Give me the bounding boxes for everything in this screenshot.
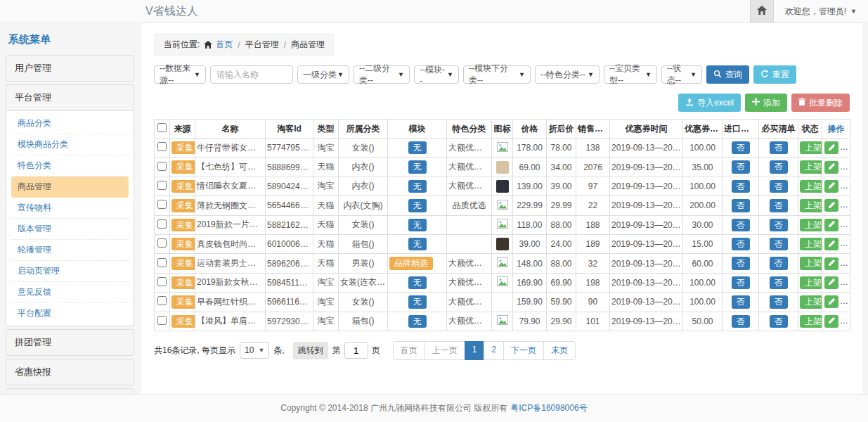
page-button-下一页[interactable]: 下一页 <box>503 341 544 360</box>
sidebar-item-启动页管理[interactable]: 启动页管理 <box>11 261 129 282</box>
row-checkbox[interactable] <box>157 181 167 190</box>
filter-select-2[interactable]: 一级分类▼ <box>297 65 349 84</box>
sidebar-item-商品管理[interactable]: 商品管理 <box>11 177 129 198</box>
sidebar-item-商品分类[interactable]: 商品分类 <box>11 113 129 134</box>
filter-select-5[interactable]: --模块下分类--▼ <box>463 65 531 84</box>
name-search-input[interactable] <box>210 65 293 84</box>
status-badge[interactable]: 上架 <box>800 257 822 269</box>
filter-select-0[interactable]: --数据来源--▼ <box>154 65 206 84</box>
import-select-toggle[interactable]: 否 <box>732 219 750 231</box>
must-buy-toggle[interactable]: 否 <box>770 295 788 308</box>
module-badge[interactable]: 无 <box>408 238 427 250</box>
breadcrumb-home-link[interactable]: 首页 <box>216 39 233 51</box>
import-select-toggle[interactable]: 否 <box>732 199 750 212</box>
filter-select-8[interactable]: --状态--▼ <box>661 65 702 84</box>
must-buy-toggle[interactable]: 否 <box>770 276 788 289</box>
import-select-toggle[interactable]: 否 <box>732 180 750 193</box>
sidebar-item-模块商品分类[interactable]: 模块商品分类 <box>11 134 129 155</box>
row-checkbox[interactable] <box>157 277 167 286</box>
module-badge[interactable]: 无 <box>408 160 427 173</box>
status-badge[interactable]: 上架 <box>800 238 822 250</box>
row-checkbox[interactable] <box>157 316 167 325</box>
search-button[interactable]: 查询 <box>706 65 749 84</box>
edit-button[interactable] <box>824 315 838 328</box>
import-select-toggle[interactable]: 否 <box>732 276 750 289</box>
must-buy-toggle[interactable]: 否 <box>770 219 788 231</box>
import-select-toggle[interactable]: 否 <box>732 315 750 328</box>
status-badge[interactable]: 上架 <box>800 160 822 173</box>
edit-button[interactable] <box>824 276 838 289</box>
add-button[interactable]: 添加 <box>745 94 787 112</box>
sidebar-item-轮播管理[interactable]: 轮播管理 <box>11 240 129 261</box>
sidebar-item-宣传物料[interactable]: 宣传物料 <box>11 198 129 219</box>
batch-delete-button[interactable]: 批量删除 <box>791 94 850 112</box>
row-checkbox[interactable] <box>157 142 167 151</box>
must-buy-toggle[interactable]: 否 <box>770 180 788 193</box>
module-badge[interactable]: 无 <box>408 219 427 231</box>
row-checkbox[interactable] <box>157 258 167 267</box>
sidebar-item-版本管理[interactable]: 版本管理 <box>11 219 129 240</box>
module-badge[interactable]: 无 <box>408 315 427 328</box>
sidebar-item-平台配置[interactable]: 平台配置 <box>11 303 129 324</box>
status-badge[interactable]: 上架 <box>800 295 822 308</box>
filter-select-6[interactable]: --特色分类--▼ <box>535 65 600 84</box>
select-all-checkbox[interactable] <box>157 123 167 132</box>
jump-to-button[interactable]: 跳转到 <box>293 342 328 359</box>
sidebar-group-拼团管理[interactable]: 拼团管理 <box>6 329 134 356</box>
sidebar-group-省惠快报[interactable]: 省惠快报 <box>6 359 134 385</box>
edit-button[interactable] <box>824 238 838 250</box>
sidebar-item-意见反馈[interactable]: 意见反馈 <box>11 282 129 303</box>
module-badge[interactable]: 无 <box>408 141 427 154</box>
import-select-toggle[interactable]: 否 <box>732 160 750 173</box>
home-button[interactable] <box>750 0 774 23</box>
must-buy-toggle[interactable]: 否 <box>770 257 788 269</box>
page-button-末页[interactable]: 末页 <box>543 341 576 360</box>
edit-button[interactable] <box>824 180 838 193</box>
jump-page-input[interactable] <box>344 342 368 359</box>
module-badge[interactable]: 无 <box>408 199 427 212</box>
filter-select-3[interactable]: --二级分类--▼ <box>354 65 410 84</box>
sidebar-group-平台管理[interactable]: 平台管理 <box>6 84 134 111</box>
per-page-select[interactable]: 10 ▼ <box>240 342 269 359</box>
module-badge[interactable]: 无 <box>408 180 427 193</box>
sidebar-item-特色分类[interactable]: 特色分类 <box>11 155 129 177</box>
filter-select-4[interactable]: --模块--▼ <box>414 65 459 84</box>
icp-link[interactable]: 粤ICP备16098006号 <box>510 402 587 414</box>
sidebar-group-用户管理[interactable]: 用户管理 <box>6 55 134 82</box>
edit-button[interactable] <box>824 141 838 154</box>
row-checkbox[interactable] <box>157 238 167 248</box>
row-checkbox[interactable] <box>157 296 167 305</box>
must-buy-toggle[interactable]: 否 <box>770 141 788 154</box>
status-badge[interactable]: 上架 <box>800 199 822 212</box>
status-badge[interactable]: 上架 <box>800 219 822 231</box>
must-buy-toggle[interactable]: 否 <box>770 315 788 328</box>
edit-button[interactable] <box>824 257 838 270</box>
import-excel-button[interactable]: 导入excel <box>678 94 741 112</box>
page-button-2[interactable]: 2 <box>484 341 504 360</box>
status-badge[interactable]: 上架 <box>800 315 822 328</box>
import-select-toggle[interactable]: 否 <box>732 238 750 250</box>
row-checkbox[interactable] <box>157 162 167 171</box>
must-buy-toggle[interactable]: 否 <box>770 199 788 212</box>
status-badge[interactable]: 上架 <box>800 276 822 289</box>
row-checkbox[interactable] <box>157 200 167 209</box>
import-select-toggle[interactable]: 否 <box>732 295 750 308</box>
module-badge[interactable]: 无 <box>408 276 427 289</box>
status-badge[interactable]: 上架 <box>800 141 822 154</box>
edit-button[interactable] <box>824 161 838 174</box>
import-select-toggle[interactable]: 否 <box>732 141 750 154</box>
edit-button[interactable] <box>824 219 838 231</box>
module-badge[interactable]: 无 <box>408 295 427 308</box>
must-buy-toggle[interactable]: 否 <box>770 160 788 173</box>
status-badge[interactable]: 上架 <box>800 180 822 193</box>
module-badge[interactable]: 品牌精选 <box>389 257 433 269</box>
filter-select-7[interactable]: --宝贝类型--▼ <box>604 65 657 84</box>
page-button-1[interactable]: 1 <box>465 341 485 360</box>
must-buy-toggle[interactable]: 否 <box>770 238 788 250</box>
edit-button[interactable] <box>824 199 838 212</box>
edit-button[interactable] <box>824 295 838 308</box>
reset-button[interactable]: 重置 <box>753 65 796 84</box>
import-select-toggle[interactable]: 否 <box>732 257 750 269</box>
user-menu[interactable]: 欢迎您，管理员! ▼ <box>774 0 868 23</box>
row-checkbox[interactable] <box>157 219 167 229</box>
